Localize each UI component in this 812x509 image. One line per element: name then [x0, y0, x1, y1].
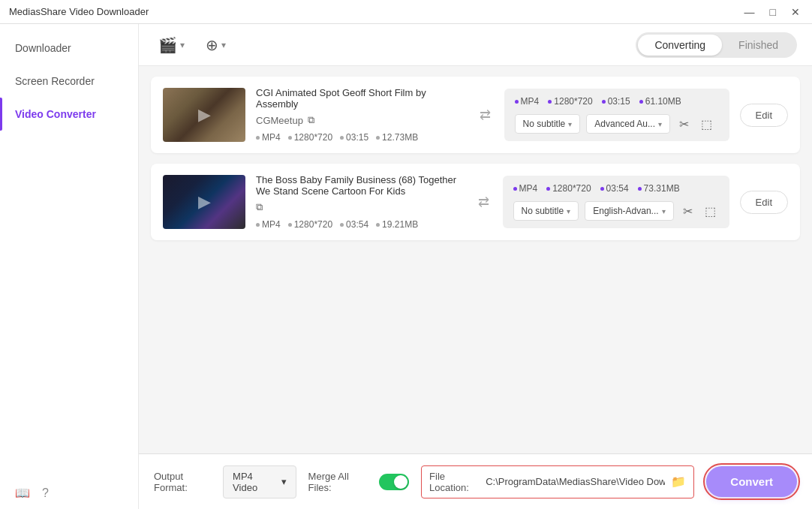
help-icon-button[interactable]: ?: [42, 486, 49, 500]
out-size: 73.31MB: [638, 183, 680, 194]
video-thumbnail: [163, 88, 245, 142]
crop-button[interactable]: ⬚: [698, 116, 715, 133]
chevron-down-icon: ▾: [658, 120, 662, 128]
meta-duration: 03:54: [340, 219, 368, 230]
sidebar-bottom: 📖 ?: [0, 477, 138, 509]
dot-icon: [288, 136, 292, 140]
merge-toggle[interactable]: [379, 474, 410, 490]
output-meta: MP4 1280*720 03:54 73.31MB: [513, 183, 719, 194]
output-dot-icon: [639, 100, 643, 104]
out-format: MP4: [515, 96, 540, 107]
meta-format: MP4: [256, 219, 281, 230]
output-format-label: Output Format:: [154, 471, 217, 493]
meta-duration: 03:15: [340, 132, 368, 143]
out-format: MP4: [513, 183, 538, 194]
out-duration: 03:15: [602, 96, 630, 107]
folder-icon-button[interactable]: 📁: [671, 474, 686, 489]
subtitle-dropdown[interactable]: No subtitle ▾: [515, 114, 581, 134]
dot-icon: [376, 223, 380, 227]
cut-button[interactable]: ✂: [676, 116, 692, 133]
add-url-button[interactable]: ⊕ ▾: [201, 33, 230, 57]
video-info: CGI Animated Spot Geoff Short Film by As…: [256, 87, 466, 143]
shuffle-button[interactable]: ⇄: [477, 104, 494, 126]
file-path-select[interactable]: C:\ProgramData\MediasShare\Video Downloa…: [486, 476, 665, 487]
sidebar: Downloader Screen Recorder Video Convert…: [0, 24, 139, 509]
bottom-bar: Output Format: MP4 Video ▾ Merge All Fil…: [139, 453, 812, 509]
edit-button-2[interactable]: Edit: [740, 191, 788, 214]
tab-toggle: Converting Finished: [636, 32, 797, 58]
toggle-knob: [394, 475, 408, 489]
crop-button[interactable]: ⬚: [702, 203, 719, 220]
chevron-down-icon: ▾: [662, 207, 666, 215]
output-format-group: Output Format: MP4 Video ▾: [154, 465, 296, 498]
output-dot-icon: [513, 187, 517, 191]
meta-size: 12.73MB: [376, 132, 418, 143]
close-button[interactable]: ✕: [788, 5, 803, 20]
out-size: 61.10MB: [639, 96, 681, 107]
sidebar-item-downloader[interactable]: Downloader: [0, 32, 138, 65]
add-url-chevron: ▾: [221, 40, 226, 50]
file-location-label: File Location:: [429, 471, 480, 493]
sidebar-item-screen-recorder[interactable]: Screen Recorder: [0, 65, 138, 98]
toolbar: 🎬 ▾ ⊕ ▾ Converting Finished: [139, 24, 812, 66]
convert-button[interactable]: Convert: [706, 466, 797, 497]
app-title: MediasShare Video Downloader: [9, 6, 149, 17]
video-card: The Boss Baby Family Business (68) Toget…: [151, 164, 800, 240]
book-icon-button[interactable]: 📖: [15, 486, 30, 500]
merge-label: Merge All Files:: [308, 471, 373, 493]
dot-icon: [288, 223, 292, 227]
output-controls: No subtitle ▾ English-Advan... ▾ ✂ ⬚: [513, 201, 719, 221]
output-dot-icon: [515, 100, 519, 104]
subtitle-dropdown[interactable]: No subtitle ▾: [513, 201, 579, 221]
dot-icon: [340, 223, 344, 227]
minimize-button[interactable]: —: [741, 5, 758, 20]
meta-size: 19.21MB: [376, 219, 418, 230]
out-duration: 03:54: [600, 183, 629, 194]
external-link-icon[interactable]: ⧉: [256, 201, 263, 213]
app-body: Downloader Screen Recorder Video Convert…: [0, 24, 812, 509]
external-link-icon[interactable]: ⧉: [308, 114, 314, 126]
video-meta: MP4 1280*720 03:15 12.73MB: [256, 132, 466, 143]
window-controls: — □ ✕: [741, 5, 803, 20]
cut-button[interactable]: ✂: [680, 203, 696, 220]
meta-resolution: 1280*720: [288, 219, 332, 230]
output-meta: MP4 1280*720 03:15 61.10MB: [515, 96, 719, 107]
content-area: 🎬 ▾ ⊕ ▾ Converting Finished CGI: [139, 24, 812, 509]
sidebar-item-video-converter[interactable]: Video Converter: [0, 98, 138, 131]
add-video-chevron: ▾: [180, 40, 185, 50]
out-resolution: 1280*720: [548, 96, 592, 107]
title-bar: MediasShare Video Downloader — □ ✕: [0, 0, 812, 24]
video-card: CGI Animated Spot Geoff Short Film by As…: [151, 77, 800, 153]
dot-icon: [340, 136, 344, 140]
advanced-dropdown[interactable]: Advanced Au... ▾: [586, 114, 670, 134]
output-format-select[interactable]: MP4 Video ▾: [223, 465, 296, 498]
video-title: CGI Animated Spot Geoff Short Film by As…: [256, 87, 466, 126]
output-dot-icon: [600, 187, 604, 191]
output-panel: MP4 1280*720 03:15 61.10MB: [504, 89, 729, 141]
thumbnail-frame: [163, 88, 245, 142]
chevron-down-icon: ▾: [281, 476, 287, 487]
video-title: The Boss Baby Family Business (68) Toget…: [256, 174, 465, 213]
add-url-icon: ⊕: [206, 36, 218, 54]
shuffle-button[interactable]: ⇄: [475, 191, 492, 213]
thumbnail-frame: [163, 175, 245, 229]
video-list: CGI Animated Spot Geoff Short Film by As…: [139, 66, 812, 453]
add-video-button[interactable]: 🎬 ▾: [154, 33, 189, 57]
tab-finished[interactable]: Finished: [722, 35, 795, 56]
chevron-down-icon: ▾: [567, 207, 570, 215]
output-dot-icon: [602, 100, 606, 104]
tab-converting[interactable]: Converting: [638, 35, 722, 56]
edit-button-1[interactable]: Edit: [740, 104, 788, 127]
video-info: The Boss Baby Family Business (68) Toget…: [256, 174, 465, 230]
advanced-dropdown[interactable]: English-Advan... ▾: [585, 201, 673, 221]
out-resolution: 1280*720: [546, 183, 591, 194]
output-dot-icon: [546, 187, 550, 191]
output-controls: No subtitle ▾ Advanced Au... ▾ ✂ ⬚: [515, 114, 719, 134]
dot-icon: [376, 136, 380, 140]
video-meta: MP4 1280*720 03:54 19.21MB: [256, 219, 465, 230]
add-video-icon: 🎬: [158, 36, 177, 54]
output-dot-icon: [548, 100, 552, 104]
merge-group: Merge All Files:: [308, 471, 410, 493]
maximize-button[interactable]: □: [767, 5, 779, 20]
dot-icon: [256, 136, 260, 140]
